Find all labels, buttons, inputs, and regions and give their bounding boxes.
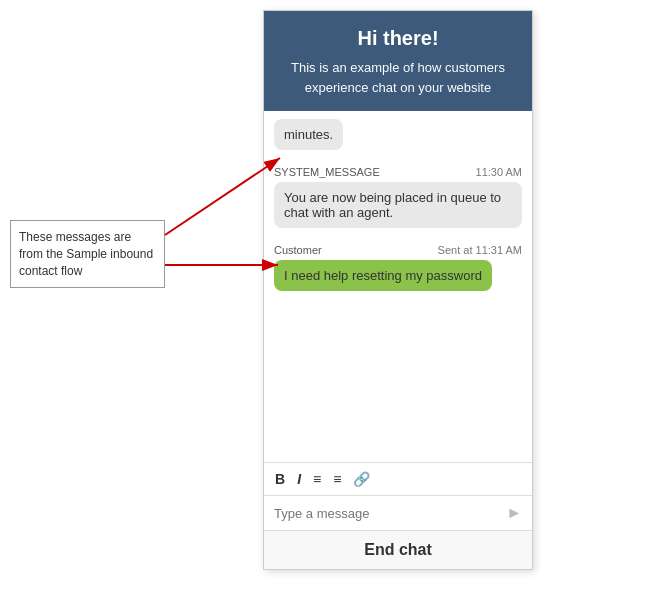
system-sender: SYSTEM_MESSAGE: [274, 166, 380, 178]
chat-header-title: Hi there!: [276, 27, 520, 50]
system-meta: SYSTEM_MESSAGE 11:30 AM: [274, 166, 522, 178]
customer-sender: Customer: [274, 244, 322, 256]
system-body: You are now being placed in queue to cha…: [284, 190, 501, 220]
chat-footer: End chat: [264, 530, 532, 569]
message-row-system: SYSTEM_MESSAGE 11:30 AM You are now bein…: [274, 166, 522, 234]
italic-button[interactable]: I: [294, 469, 304, 489]
chat-header: Hi there! This is an example of how cust…: [264, 11, 532, 111]
chat-messages: minutes. SYSTEM_MESSAGE 11:30 AM You are…: [264, 111, 532, 462]
system-bubble: You are now being placed in queue to cha…: [274, 182, 522, 228]
system-time: 11:30 AM: [476, 166, 522, 178]
chat-toolbar: B I ≡ ≡ 🔗: [264, 462, 532, 495]
message-input[interactable]: [274, 506, 506, 521]
page-wrapper: These messages are from the Sample inbou…: [0, 0, 650, 600]
customer-time: Sent at 11:31 AM: [438, 244, 522, 256]
send-icon[interactable]: ►: [506, 504, 522, 522]
end-chat-button[interactable]: End chat: [364, 541, 432, 559]
customer-bubble: I need help resetting my password: [274, 260, 492, 291]
customer-meta: Customer Sent at 11:31 AM: [274, 244, 522, 256]
chat-widget: Hi there! This is an example of how cust…: [263, 10, 533, 570]
chat-header-subtitle: This is an example of how customers expe…: [276, 58, 520, 97]
minutes-text: minutes.: [284, 127, 333, 142]
unordered-list-button[interactable]: ≡: [330, 469, 344, 489]
chat-input-area: ►: [264, 495, 532, 530]
message-row-minutes: minutes.: [274, 119, 522, 156]
message-row-customer: Customer Sent at 11:31 AM I need help re…: [274, 244, 522, 291]
annotation-box: These messages are from the Sample inbou…: [10, 220, 165, 288]
bold-button[interactable]: B: [272, 469, 288, 489]
annotation-text: These messages are from the Sample inbou…: [19, 230, 153, 278]
ordered-list-button[interactable]: ≡: [310, 469, 324, 489]
link-button[interactable]: 🔗: [350, 469, 373, 489]
customer-body: I need help resetting my password: [284, 268, 482, 283]
minutes-bubble: minutes.: [274, 119, 343, 150]
